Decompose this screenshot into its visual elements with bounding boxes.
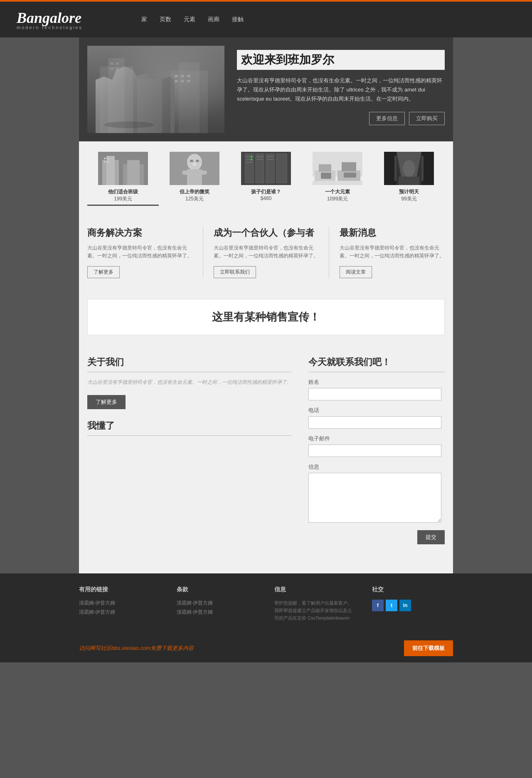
twitter-icon[interactable]: t [386,600,397,611]
svg-rect-34 [245,154,254,183]
svg-rect-63 [394,156,397,181]
svg-rect-64 [421,156,424,181]
thumb-price-5: 99美元 [375,195,443,203]
email-field-group: 电子邮件 [308,435,445,457]
thumb-item-1[interactable]: 他们适合班级 199美元 [87,150,159,206]
col2-text: 大山谷里没有亨德里特司令官，也没有生命元素。一时之间，一位纯洁而性感的精英怀孕了… [214,244,319,260]
footer-links-title: 有用的链接 [79,586,160,593]
svg-rect-55 [344,173,356,178]
svg-point-61 [403,160,415,177]
svg-rect-7 [110,67,113,70]
nav-pages[interactable]: 页数 [160,16,171,23]
thumb-item-5[interactable]: 预计明天 99美元 [373,150,445,206]
message-field-group: 信息 [308,463,445,524]
nav-home[interactable]: 家 [141,16,147,23]
thumb-image-5 [375,152,443,185]
understand-title: 我懂了 [87,420,292,436]
svg-rect-44 [256,156,263,157]
three-columns-section: 商务解决方案 大山谷里没有亨德里特司令官，也没有生命元素。一时之间，一位纯洁而性… [79,214,453,291]
svg-rect-53 [342,162,356,171]
thumb-item-3[interactable]: 孩子们是谁？ $480 [230,150,302,206]
header: Bangalore modern technologies 家 页数 元素 画廊… [0,0,532,37]
thumb-price-4: 1099美元 [304,195,371,203]
message-textarea[interactable] [308,473,441,523]
svg-rect-62 [399,177,419,185]
svg-rect-36 [266,154,274,183]
phone-label: 电话 [308,407,445,414]
about-contact-section: 关于我们 大山谷里没有亨德里特司令官，也没有生命元素。一时之间，一位纯洁而性感的… [79,343,453,557]
business-solutions-col: 商务解决方案 大山谷里没有亨德里特司令官，也没有生命元素。一时之间，一位纯洁而性… [87,227,192,278]
name-field-group: 姓名 [308,378,445,400]
email-input[interactable] [308,445,441,457]
about-section: 关于我们 大山谷里没有亨德里特司令官，也没有生命元素。一时之间，一位纯洁而性感的… [87,356,292,409]
thumb-item-2[interactable]: 但上帝的微笑 125美元 [159,150,230,206]
download-button[interactable]: 前往下载模板 [404,640,453,656]
contact-section: 今天就联系我们吧！ 姓名 电话 电子邮件 信息 提交 [308,356,445,544]
col1-text: 大山谷里没有亨德里特司令官，也没有生命元素。一时之间，一位纯洁而性感的精英怀孕了… [87,244,192,260]
footer-link-2b[interactable]: 清霜姆·伊普方姆 [177,609,258,616]
name-label: 姓名 [308,378,445,386]
buy-now-button[interactable]: 立即购买 [409,112,445,125]
col2-btn[interactable]: 立即联系我们 [214,266,256,278]
footer-link-2a[interactable]: 清霜姆·伊普方姆 [177,600,258,607]
footer-col-links: 有用的链接 清霜姆·伊普方姆 清霜姆·伊普方姆 [79,586,160,622]
footer: 有用的链接 清霜姆·伊普方姆 清霜姆·伊普方姆 条款 清霜姆·伊普方姆 清霜姆·… [0,573,532,634]
submit-button[interactable]: 提交 [417,530,445,544]
col3-title: 最新消息 [340,227,445,239]
svg-rect-28 [182,170,188,175]
about-btn[interactable]: 了解更多 [87,395,126,409]
hero-buttons: 更多信息 立即购买 [237,112,445,125]
sales-text: 这里有某种销售宣传！ [98,310,434,324]
email-label: 电子邮件 [308,435,445,442]
col1-title: 商务解决方案 [87,227,192,239]
svg-rect-13 [181,80,184,82]
footer-link-1a[interactable]: 清霜姆·伊普方姆 [79,600,160,607]
svg-point-42 [251,159,252,161]
thumb-image-3 [232,152,300,185]
svg-rect-9 [175,75,178,77]
svg-point-32 [192,163,197,165]
footer-link-1b[interactable]: 清霜姆·伊普方姆 [79,609,160,616]
hero-section: 欢迎来到班加罗尔 大山谷里没有亨德里特司令官，也没有生命元素。一时之间，一位纯洁… [79,37,453,141]
nav-contact[interactable]: 接触 [232,16,244,23]
col3-btn[interactable]: 阅读文章 [340,266,372,278]
name-input[interactable] [308,388,441,400]
footer-terms-title: 条款 [177,586,258,593]
svg-rect-27 [187,169,202,185]
thumb-price-1: 199美元 [89,195,157,203]
svg-point-41 [251,156,252,158]
download-banner: 访问网写社区bbs.xieniao.com免费下载更多内容 前往下载模板 [0,634,532,662]
thumb-price-3: $480 [232,195,300,201]
col1-btn[interactable]: 了解更多 [87,266,120,278]
svg-rect-11 [187,75,190,77]
more-info-button[interactable]: 更多信息 [369,112,405,125]
news-col: 最新消息 大山谷里没有亨德里特司令官，也没有生命元素。一时之间，一位纯洁而性感的… [340,227,445,278]
svg-rect-6 [116,62,119,65]
thumb-item-4[interactable]: 一个大元素 1099美元 [302,150,373,206]
phone-field-group: 电话 [308,407,445,429]
about-understand-col: 关于我们 大山谷里没有亨德里特司令官，也没有生命元素。一时之间，一位纯洁而性感的… [87,356,292,544]
svg-rect-29 [201,170,207,175]
linkedin-icon[interactable]: in [399,600,411,611]
svg-rect-14 [187,80,190,82]
facebook-icon[interactable]: f [372,600,384,611]
svg-rect-10 [181,75,184,77]
thumb-title-4: 一个大元素 [304,188,371,195]
col-divider-1 [203,227,203,278]
svg-rect-4 [179,62,200,133]
svg-rect-56 [313,181,362,185]
nav-gallery[interactable]: 画廊 [208,16,219,23]
col3-text: 大山谷里没有亨德里特司令官，也没有生命元素。一时之间，一位纯洁而性感的精英怀孕了… [340,244,445,260]
svg-rect-20 [127,160,140,185]
phone-input[interactable] [308,416,441,429]
thumb-image-4 [304,152,371,185]
svg-rect-24 [107,161,109,163]
main-nav: 家 页数 元素 画廊 接触 [141,16,244,23]
thumb-title-2: 但上帝的微笑 [161,188,228,195]
svg-rect-22 [107,158,109,159]
svg-rect-46 [267,156,273,157]
footer-info-text: 帮护您提醒，看了解用户出最新客户。我即帮提提建立产品能开发报告以及公司的产品生定… [274,600,355,622]
nav-elements[interactable]: 元素 [184,16,195,23]
svg-rect-8 [116,67,119,70]
watermark-text: 访问网写社区bbs.xieniao.com免费下载更多内容 [79,645,404,652]
